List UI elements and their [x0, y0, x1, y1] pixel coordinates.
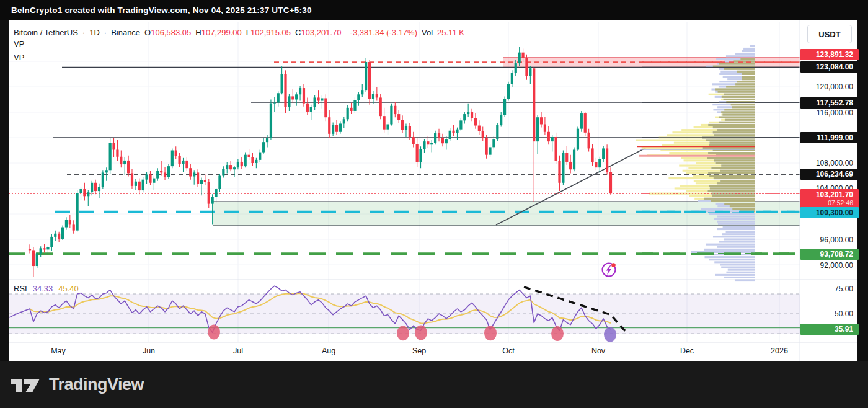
- candle-body: [427, 141, 429, 144]
- time-axis-label: Sep: [412, 347, 426, 355]
- rsi-legend[interactable]: RSI 34.33 45.40: [14, 284, 79, 293]
- price-chart-canvas[interactable]: [0, 0, 868, 408]
- vp-bar-overlap: [713, 131, 755, 133]
- candle-body: [229, 165, 232, 169]
- candle-body: [185, 161, 188, 168]
- candle-body: [259, 153, 261, 160]
- vp-bar-overlap: [731, 104, 755, 105]
- candle-body: [591, 148, 593, 162]
- price-axis-label: 35.91: [800, 324, 859, 335]
- candle-body: [295, 94, 298, 99]
- currency-toggle-button[interactable]: USDT: [807, 25, 852, 43]
- candle-body: [171, 151, 174, 167]
- vp-bar-blue: [724, 277, 755, 278]
- vp-bar-blue: [735, 53, 755, 55]
- time-axis-label: May: [51, 347, 66, 355]
- candle-body: [397, 114, 400, 120]
- vp-bar-overlap: [709, 185, 755, 187]
- candle-body: [485, 138, 488, 155]
- candle-body: [251, 157, 254, 163]
- vp-bar-blue: [717, 246, 755, 248]
- candle-body: [241, 162, 243, 166]
- candle-body: [32, 250, 35, 266]
- candle-body: [193, 172, 195, 176]
- vp-bar-overlap: [709, 175, 755, 177]
- vp-bar-overlap: [730, 205, 755, 207]
- candle-body: [584, 113, 587, 133]
- vp-bar-blue: [719, 241, 755, 243]
- price-axis-label: 92,000.00: [800, 260, 859, 271]
- candle-body: [365, 62, 367, 90]
- tradingview-snapshot: BeInCrypto1 created with TradingView.com…: [0, 0, 868, 408]
- time-axis-label: 2026: [771, 347, 788, 355]
- indicator-legend-vp[interactable]: VP: [14, 51, 24, 64]
- candle-body: [160, 171, 162, 172]
- symbol-title[interactable]: Bitcoin / TetherUS: [14, 28, 78, 37]
- exchange-label[interactable]: Binance: [111, 28, 140, 37]
- candle-body: [310, 107, 312, 112]
- vp-bar-overlap: [722, 114, 755, 116]
- candle-body: [328, 117, 330, 134]
- candle-body: [135, 182, 137, 186]
- indicator-legend-rows[interactable]: VPVP: [14, 37, 24, 64]
- candle-body: [153, 179, 155, 183]
- vp-bar-blue: [715, 274, 755, 276]
- vp-bar-overlap: [737, 81, 755, 82]
- candle-body: [262, 142, 265, 152]
- vp-bar-overlap: [720, 170, 755, 172]
- indicator-legend-vp[interactable]: VP: [14, 37, 24, 51]
- candle-body: [211, 197, 214, 203]
- candle-body: [175, 151, 177, 156]
- price-axis-label: 50.00: [800, 308, 859, 319]
- vp-bar-overlap: [725, 119, 755, 121]
- vp-bar-blue: [726, 231, 755, 233]
- candle-body: [222, 169, 224, 175]
- candle-body: [61, 228, 64, 239]
- symbol-legend[interactable]: Bitcoin / TetherUS · 1D · Binance O106,5…: [14, 28, 464, 37]
- candle-body: [588, 133, 590, 149]
- candle-body: [226, 165, 228, 169]
- ohlc-values: O106,583.05H107,299.00L102,915.05C103,20…: [144, 28, 345, 37]
- candle-body: [102, 172, 104, 187]
- vp-bar-blue: [750, 45, 755, 47]
- candle-body: [416, 144, 418, 162]
- time-axis-label: Jul: [233, 347, 243, 355]
- vp-bar-blue: [714, 261, 755, 263]
- candle-body: [456, 130, 458, 133]
- vp-bar-overlap: [732, 106, 755, 108]
- flash-icon[interactable]: [603, 263, 616, 276]
- candle-body: [482, 131, 484, 138]
- vp-bar-overlap: [709, 142, 755, 144]
- candle-body: [131, 173, 133, 186]
- candle-body: [525, 58, 528, 76]
- price-axis-label: 108,000.00: [800, 157, 859, 169]
- footer-brand-bar: TradingView: [0, 361, 868, 408]
- candle-body: [244, 155, 247, 166]
- candle-body: [116, 149, 118, 156]
- candle-body: [471, 112, 473, 118]
- vp-bar-overlap: [724, 94, 755, 95]
- candle-body: [489, 147, 491, 154]
- rsi-value: 34.33: [33, 284, 53, 293]
- rsi-oversold-circle: [484, 326, 497, 340]
- vp-bar-overlap: [740, 58, 755, 60]
- candle-body: [321, 98, 323, 100]
- vp-bar-blue: [709, 259, 755, 260]
- vp-bar-overlap: [717, 129, 755, 131]
- interval-label[interactable]: 1D: [89, 28, 100, 37]
- candle-body: [69, 220, 71, 224]
- vp-bar-blue: [726, 55, 755, 57]
- candle-body: [299, 88, 301, 94]
- candle-body: [423, 141, 425, 149]
- time-axis-label: Oct: [502, 347, 514, 355]
- vp-bar-blue: [714, 218, 755, 220]
- candle-body: [405, 126, 407, 130]
- vp-bar-overlap: [737, 71, 755, 73]
- vp-bar-blue: [742, 50, 755, 52]
- candle-body: [580, 113, 583, 129]
- vp-bar-overlap: [708, 172, 755, 174]
- candle-body: [547, 132, 550, 141]
- rsi-oversold-circle: [551, 326, 564, 341]
- rsi-oversold-circle: [604, 327, 616, 342]
- candle-body: [394, 106, 396, 114]
